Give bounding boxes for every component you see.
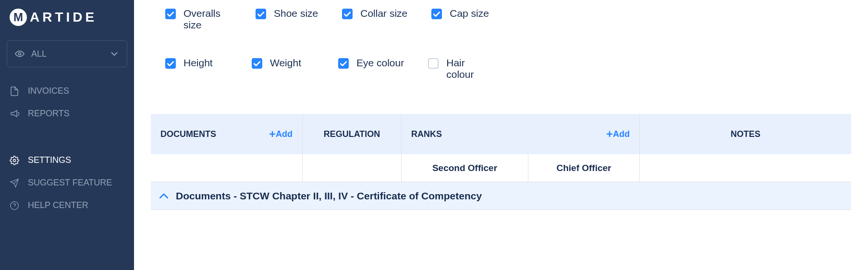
column-label: REGULATION (324, 129, 380, 139)
shoe-size-checkbox[interactable] (256, 9, 266, 19)
rank-cell-chief-officer: Chief Officer (528, 154, 640, 182)
scope-dropdown[interactable]: ALL (7, 40, 127, 67)
checkbox-height: Height (165, 57, 228, 80)
column-header-ranks: RANKS Add (402, 114, 640, 154)
column-header-regulation: REGULATION (303, 114, 402, 154)
sidebar-item-label: SETTINGS (28, 155, 71, 165)
scope-dropdown-label: ALL (31, 49, 47, 59)
sidebar-item-label: HELP CENTER (28, 200, 88, 210)
sidebar-item-invoices[interactable]: INVOICES (0, 80, 134, 102)
gear-icon (10, 156, 19, 165)
cap-size-checkbox[interactable] (431, 9, 442, 19)
table-header: DOCUMENTS Add REGULATION RANKS Add NOTES (151, 114, 851, 154)
checkbox-shoe-size: Shoe size (256, 8, 318, 31)
add-document-button[interactable]: Add (269, 129, 293, 139)
sidebar-item-suggest-feature[interactable]: SUGGEST FEATURE (0, 172, 134, 194)
column-header-documents: DOCUMENTS Add (151, 114, 303, 154)
checkbox-label: Overalls size (183, 8, 232, 31)
question-icon (10, 201, 19, 210)
checkbox-label: Height (183, 57, 213, 69)
checkbox-weight: Weight (252, 57, 314, 80)
document-group-title: Documents - STCW Chapter II, III, IV - C… (176, 190, 482, 202)
checkbox-label: Shoe size (274, 8, 318, 19)
column-header-notes: NOTES (640, 114, 851, 154)
table-row: Second Officer Chief Officer (151, 154, 851, 182)
document-group-row[interactable]: Documents - STCW Chapter II, III, IV - C… (151, 182, 851, 210)
table-cell (640, 154, 851, 182)
brand-name: ARTIDE (30, 10, 97, 25)
brand-logo[interactable]: M ARTIDE (0, 5, 134, 35)
sidebar: M ARTIDE ALL INVOICES REPORTS SETTINGS (0, 0, 134, 270)
collar-size-checkbox[interactable] (342, 9, 353, 19)
column-label: DOCUMENTS (160, 129, 216, 139)
checkbox-cap-size: Cap size (431, 8, 494, 31)
svg-point-0 (19, 53, 21, 55)
sidebar-item-settings[interactable]: SETTINGS (0, 149, 134, 172)
main-content: Overalls size Shoe size Collar size Cap … (134, 0, 868, 270)
checkbox-label: Collar size (360, 8, 407, 19)
checkbox-label: Weight (270, 57, 301, 69)
weight-checkbox[interactable] (252, 58, 262, 69)
checkbox-overalls-size: Overalls size (165, 8, 232, 31)
sidebar-item-label: SUGGEST FEATURE (28, 178, 112, 188)
sidebar-item-reports[interactable]: REPORTS (0, 102, 134, 125)
checkbox-collar-size: Collar size (342, 8, 407, 31)
checkbox-row: Height Weight Eye colour Hair colour (165, 57, 837, 80)
overalls-size-checkbox[interactable] (165, 9, 176, 19)
sidebar-item-label: INVOICES (28, 86, 69, 96)
eye-colour-checkbox[interactable] (338, 58, 349, 69)
brand-logo-mark: M (10, 9, 27, 26)
chevron-up-icon (159, 192, 168, 200)
table-cell (303, 154, 402, 182)
checkbox-label: Cap size (450, 8, 489, 19)
svg-point-1 (13, 159, 16, 161)
documents-table: DOCUMENTS Add REGULATION RANKS Add NOTES (151, 114, 851, 210)
table-cell (151, 154, 303, 182)
checkbox-label: Hair colour (446, 57, 494, 80)
sidebar-item-label: REPORTS (28, 109, 70, 119)
hair-colour-checkbox[interactable] (428, 58, 439, 69)
megaphone-icon (10, 109, 19, 119)
checkbox-hair-colour: Hair colour (428, 57, 494, 80)
column-label: RANKS (411, 129, 442, 139)
checkbox-eye-colour: Eye colour (338, 57, 404, 80)
checkbox-row: Overalls size Shoe size Collar size Cap … (165, 8, 837, 31)
height-checkbox[interactable] (165, 58, 176, 69)
svg-point-2 (11, 201, 19, 209)
attributes-checkbox-section: Overalls size Shoe size Collar size Cap … (151, 0, 851, 99)
sidebar-item-help-center[interactable]: HELP CENTER (0, 194, 134, 217)
file-icon (10, 86, 19, 96)
column-label: NOTES (731, 129, 760, 139)
add-rank-button[interactable]: Add (606, 129, 630, 139)
chevron-down-icon (110, 49, 119, 59)
paper-plane-icon (10, 178, 19, 188)
rank-cell-second-officer: Second Officer (402, 154, 528, 182)
eye-icon (15, 49, 24, 59)
checkbox-label: Eye colour (356, 57, 404, 69)
